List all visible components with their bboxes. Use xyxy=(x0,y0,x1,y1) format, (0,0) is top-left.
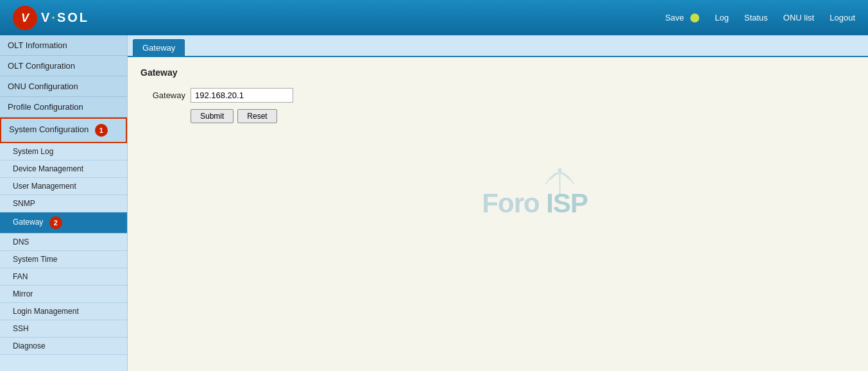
sidebar-item-login-management[interactable]: Login Management xyxy=(0,303,127,320)
sidebar-item-system-configuration[interactable]: System Configuration 1 xyxy=(0,117,127,143)
badge-1: 1 xyxy=(95,124,108,137)
header-nav: Save Log Status ONU list Logout xyxy=(138,13,855,22)
header: V V·SOL Save Log Status ONU list Logout xyxy=(0,0,868,35)
sidebar-item-device-management[interactable]: Device Management xyxy=(0,160,127,178)
save-area: Save xyxy=(665,13,700,22)
sidebar-item-system-time[interactable]: System Time xyxy=(0,251,127,268)
sidebar-item-user-management[interactable]: User Management xyxy=(0,178,127,195)
sidebar-item-diagnose[interactable]: Diagnose xyxy=(0,338,127,355)
onu-list-link[interactable]: ONU list xyxy=(783,13,814,22)
content-area: Gateway Gateway Submit Reset xyxy=(128,57,868,134)
vsol-name: V·SOL xyxy=(41,10,89,25)
watermark: Foro ISP xyxy=(482,188,588,219)
sidebar-item-ssh[interactable]: SSH xyxy=(0,320,127,338)
gateway-label: Gateway xyxy=(140,91,185,100)
log-link[interactable]: Log xyxy=(715,13,729,22)
submit-button[interactable]: Submit xyxy=(191,109,234,123)
main-content: Gateway Gateway Gateway Submit Reset For… xyxy=(128,35,868,371)
save-button[interactable]: Save xyxy=(665,13,685,22)
gateway-form-row: Gateway xyxy=(140,88,855,103)
sidebar-item-olt-information[interactable]: OLT Information xyxy=(0,35,127,56)
gateway-input[interactable] xyxy=(191,88,293,103)
logout-link[interactable]: Logout xyxy=(830,13,855,22)
status-indicator xyxy=(690,13,699,22)
sidebar-item-profile-configuration[interactable]: Profile Configuration xyxy=(0,97,127,117)
vsol-circle-icon: V xyxy=(13,6,37,30)
watermark-antenna-icon xyxy=(541,164,579,196)
vsol-logo: V V·SOL xyxy=(13,6,89,30)
svg-point-3 xyxy=(558,168,562,172)
page-title: Gateway xyxy=(140,67,855,78)
status-link[interactable]: Status xyxy=(744,13,768,22)
sidebar-item-mirror[interactable]: Mirror xyxy=(0,286,127,303)
sidebar: OLT Information OLT Configuration ONU Co… xyxy=(0,35,128,371)
watermark-isp: ISP xyxy=(540,188,588,218)
logo-area: V V·SOL xyxy=(13,6,138,30)
gateway-tab[interactable]: Gateway xyxy=(133,39,185,56)
form-button-row: Submit Reset xyxy=(191,109,855,123)
sidebar-item-fan[interactable]: FAN xyxy=(0,268,127,286)
badge-2: 2 xyxy=(49,216,62,229)
sidebar-item-snmp[interactable]: SNMP xyxy=(0,195,127,212)
watermark-foro: Foro xyxy=(482,188,539,218)
sidebar-item-onu-configuration[interactable]: ONU Configuration xyxy=(0,76,127,97)
sidebar-item-system-log[interactable]: System Log xyxy=(0,143,127,160)
sidebar-item-dns[interactable]: DNS xyxy=(0,234,127,251)
sidebar-item-olt-configuration[interactable]: OLT Configuration xyxy=(0,56,127,76)
tab-bar: Gateway xyxy=(128,35,868,57)
reset-button[interactable]: Reset xyxy=(237,109,277,123)
sidebar-item-gateway[interactable]: Gateway 2 xyxy=(0,212,127,234)
svg-text:V: V xyxy=(21,12,30,24)
layout: OLT Information OLT Configuration ONU Co… xyxy=(0,35,868,371)
